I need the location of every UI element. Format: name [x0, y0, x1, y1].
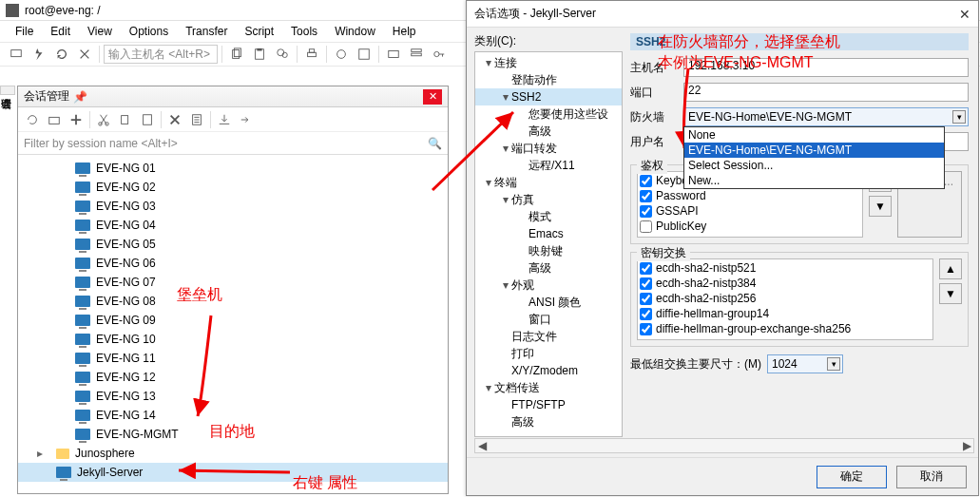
session-item[interactable]: EVE-NG 11: [18, 349, 448, 368]
category-item[interactable]: ▾终端: [475, 174, 622, 191]
auth-gss[interactable]: GSSAPI: [640, 204, 860, 218]
twisty-icon[interactable]: ▾: [500, 193, 511, 206]
auth-down-icon[interactable]: ▼: [869, 196, 892, 217]
menu-view[interactable]: View: [80, 23, 120, 40]
menu-transfer[interactable]: Transfer: [178, 23, 235, 40]
min-group-select[interactable]: 1024▾: [767, 354, 843, 373]
hostname-input[interactable]: 192.168.3.10: [683, 58, 969, 77]
menu-tools[interactable]: Tools: [283, 23, 325, 40]
session-item-selected[interactable]: Jekyll-Server: [18, 463, 448, 482]
fw-option-none[interactable]: None: [684, 127, 944, 143]
sp-export-icon[interactable]: [236, 109, 257, 130]
copy-icon[interactable]: [226, 44, 247, 65]
category-item[interactable]: 登陆动作: [475, 71, 622, 88]
sp-cut-icon[interactable]: [93, 109, 114, 130]
session-item[interactable]: EVE-NG 09: [18, 311, 448, 330]
scroll-left-icon[interactable]: ◀: [475, 439, 489, 452]
firewall-select[interactable]: EVE-NG-Home\EVE-NG-MGMT▾: [683, 107, 969, 126]
category-item[interactable]: 日志文件: [475, 328, 622, 345]
sp-paste-icon[interactable]: [137, 109, 158, 130]
stack-icon[interactable]: [406, 44, 427, 65]
category-item[interactable]: 模式: [475, 208, 622, 225]
category-item[interactable]: 窗口: [475, 311, 622, 328]
category-item[interactable]: ▾端口转发: [475, 140, 622, 157]
category-item[interactable]: 高级: [475, 413, 622, 430]
menu-script[interactable]: Script: [237, 23, 281, 40]
category-item[interactable]: 高级: [475, 123, 622, 140]
kex-item[interactable]: ecdh-sha2-nistp521: [640, 261, 931, 275]
kex-item[interactable]: diffie-hellman-group14: [640, 307, 931, 320]
session-filter[interactable]: Filter by session name <Alt+I> 🔍: [18, 132, 448, 155]
session-item[interactable]: EVE-NG-MGMT: [18, 425, 448, 444]
menu-file[interactable]: File: [8, 23, 41, 40]
session-item[interactable]: EVE-NG 07: [18, 273, 448, 292]
category-item[interactable]: FTP/SFTP: [475, 396, 622, 413]
host-input[interactable]: 输入主机名 <Alt+R>: [104, 45, 218, 64]
disconnect-icon[interactable]: [74, 44, 95, 65]
options-icon[interactable]: [331, 44, 352, 65]
session-item[interactable]: EVE-NG 13: [18, 387, 448, 406]
ok-button[interactable]: 确定: [817, 466, 887, 488]
fw-option-new[interactable]: New...: [684, 173, 944, 188]
dialog-close-icon[interactable]: ✕: [959, 7, 970, 22]
category-item[interactable]: 远程/X11: [475, 157, 622, 174]
key-icon[interactable]: [429, 44, 450, 65]
category-item[interactable]: ▾连接: [475, 54, 622, 71]
find-icon[interactable]: [272, 44, 293, 65]
twisty-icon[interactable]: ▾: [483, 381, 494, 394]
category-item[interactable]: ▾SSH2: [475, 88, 622, 105]
session-folder[interactable]: ▸Junosphere: [18, 444, 448, 463]
category-item[interactable]: ANSI 颜色: [475, 294, 622, 311]
kex-listbox[interactable]: ecdh-sha2-nistp521ecdh-sha2-nistp384ecdh…: [637, 258, 933, 340]
connect-icon[interactable]: [6, 44, 27, 65]
category-item[interactable]: X/Y/Zmodem: [475, 362, 622, 379]
menu-edit[interactable]: Edit: [43, 23, 78, 40]
session-item[interactable]: EVE-NG 04: [18, 216, 448, 235]
kex-up-icon[interactable]: ▲: [939, 258, 962, 279]
side-tab-session[interactable]: 会话管理: [0, 86, 15, 95]
category-item[interactable]: ▾外观: [475, 277, 622, 294]
category-item[interactable]: ▾仿真: [475, 191, 622, 208]
menu-help[interactable]: Help: [385, 23, 424, 40]
menu-options[interactable]: Options: [122, 23, 176, 40]
sp-connect-icon[interactable]: [22, 109, 43, 130]
session-item[interactable]: EVE-NG 10: [18, 330, 448, 349]
session-item[interactable]: EVE-NG 14: [18, 406, 448, 425]
sp-copy-icon[interactable]: [115, 109, 136, 130]
paste-icon[interactable]: [249, 44, 270, 65]
scroll-right-icon[interactable]: ▶: [960, 439, 973, 452]
kex-item[interactable]: diffie-hellman-group-exchange-sha256: [640, 322, 931, 335]
session-item[interactable]: EVE-NG 05: [18, 235, 448, 254]
session-tree[interactable]: EVE-NG 01EVE-NG 02EVE-NG 03EVE-NG 04EVE-…: [18, 157, 448, 493]
session-item[interactable]: EVE-NG 02: [18, 178, 448, 197]
session-item[interactable]: EVE-NG 06: [18, 254, 448, 273]
category-item[interactable]: 高级: [475, 259, 622, 277]
category-item[interactable]: Emacs: [475, 225, 622, 242]
category-item[interactable]: 您要使用这些设: [475, 105, 622, 123]
session-item[interactable]: EVE-NG 12: [18, 368, 448, 387]
session-item[interactable]: EVE-NG 08: [18, 292, 448, 311]
category-scrollbar[interactable]: ◀ ▶: [474, 438, 974, 453]
port-input[interactable]: 22: [683, 83, 969, 102]
dropdown-icon[interactable]: ▾: [827, 357, 840, 371]
kex-down-icon[interactable]: ▼: [939, 283, 962, 304]
twisty-icon[interactable]: ▾: [483, 56, 494, 69]
fw-option-mgmt[interactable]: EVE-NG-Home\EVE-NG-MGMT: [684, 143, 944, 158]
session-item[interactable]: EVE-NG 03: [18, 197, 448, 216]
menu-window[interactable]: Window: [327, 23, 383, 40]
expand-icon[interactable]: ▸: [37, 447, 48, 460]
auth-pk[interactable]: PublicKey: [640, 220, 860, 233]
twisty-icon[interactable]: ▾: [500, 142, 511, 155]
sessionopt-icon[interactable]: [354, 44, 375, 65]
category-item[interactable]: 映射键: [475, 242, 622, 259]
dropdown-icon[interactable]: ▾: [952, 110, 966, 124]
auth-pwd[interactable]: Password: [640, 189, 860, 202]
fw-option-select[interactable]: Select Session...: [684, 158, 944, 173]
category-item[interactable]: 打印: [475, 345, 622, 362]
category-item[interactable]: ▾文档传送: [475, 379, 622, 396]
cancel-button[interactable]: 取消: [896, 466, 967, 488]
kex-item[interactable]: ecdh-sha2-nistp256: [640, 292, 931, 305]
sp-delete-icon[interactable]: [164, 109, 185, 130]
sp-props-icon[interactable]: [186, 109, 207, 130]
close-panel-button[interactable]: ✕: [423, 89, 442, 105]
